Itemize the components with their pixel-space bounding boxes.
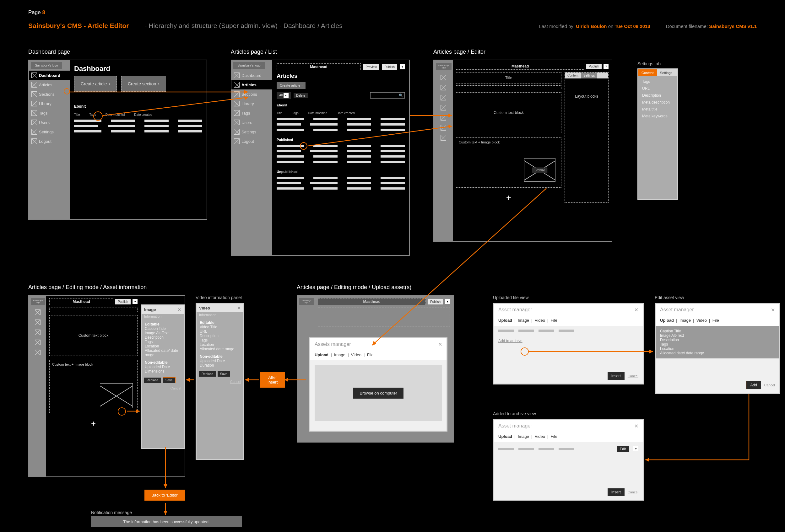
image-placeholder[interactable]: Browse — [524, 158, 555, 182]
create-article-button[interactable]: Create article› — [74, 76, 117, 91]
cancel-link[interactable]: Cancel — [764, 383, 775, 387]
table-row[interactable] — [277, 182, 405, 184]
table-row[interactable] — [277, 177, 405, 179]
chevron-down-icon[interactable]: ▾ — [633, 446, 638, 451]
table-row[interactable] — [277, 161, 405, 163]
x-icon[interactable] — [35, 350, 41, 355]
table-row[interactable] — [277, 187, 405, 190]
tab-upload[interactable]: Upload — [498, 318, 512, 323]
x-icon[interactable] — [35, 329, 41, 335]
cancel-link[interactable]: Cancel — [230, 380, 241, 383]
image-placeholder[interactable] — [100, 383, 133, 408]
table-row[interactable] — [277, 123, 405, 126]
create-section-button[interactable]: Create section› — [121, 76, 166, 91]
x-icon[interactable] — [440, 115, 446, 121]
tab-video[interactable]: Video — [697, 318, 707, 323]
table-row[interactable] — [74, 130, 202, 132]
tab-image[interactable]: Image — [518, 434, 529, 439]
tab-file[interactable]: File — [551, 318, 557, 323]
cancel-link[interactable]: Cancel — [628, 374, 638, 378]
edit-button[interactable]: Edit — [617, 446, 629, 452]
custom-text-image-block[interactable]: Custom text + Image block — [49, 360, 137, 413]
sidebar-item-logout[interactable]: Logout — [29, 136, 70, 146]
sidebar-item-library[interactable]: Library — [29, 99, 70, 108]
add-block-button[interactable]: + — [49, 419, 137, 428]
tab-video[interactable]: Video — [535, 434, 545, 439]
sidebar-item-settings[interactable]: Settings — [29, 127, 70, 136]
custom-text-block[interactable]: Custom text block — [456, 92, 561, 133]
table-row[interactable] — [277, 145, 405, 147]
tab-upload[interactable]: Upload — [498, 434, 512, 439]
insert-button[interactable]: Insert — [608, 488, 625, 496]
chevron-down-icon[interactable]: ▾ — [604, 64, 609, 69]
sidebar-item-users[interactable]: Users — [231, 118, 272, 127]
close-icon[interactable]: ✕ — [237, 306, 241, 311]
sidebar-item-settings[interactable]: Settings — [231, 127, 272, 136]
insert-button[interactable]: Insert — [608, 372, 625, 380]
sidebar-item-dashboard[interactable]: Dashboard — [231, 71, 272, 80]
tab-settings[interactable]: Settings — [581, 73, 597, 78]
create-article-button[interactable]: Create article › — [277, 82, 306, 89]
tab-content[interactable]: Content — [565, 73, 581, 78]
sidebar-item-sections[interactable]: Sections — [231, 89, 272, 99]
tab-video[interactable]: Video — [535, 318, 545, 323]
table-row[interactable] — [277, 129, 405, 131]
x-icon[interactable] — [440, 125, 446, 131]
title-field[interactable]: Title — [456, 72, 561, 83]
tab-file[interactable]: File — [712, 318, 719, 323]
cancel-link[interactable]: Cancel — [171, 387, 181, 390]
add-button[interactable]: Add — [746, 381, 761, 389]
custom-text-image-block[interactable]: Custom text + Image block Browse — [456, 137, 561, 188]
table-row[interactable] — [277, 150, 405, 152]
table-row[interactable] — [277, 155, 405, 158]
tab-file[interactable]: File — [367, 352, 374, 357]
search-input[interactable]: 🔍 — [370, 92, 405, 99]
sidebar-item-articles[interactable]: Articles — [29, 80, 70, 89]
tab-image[interactable]: Image — [334, 352, 346, 357]
tab-video[interactable]: Video — [351, 352, 361, 357]
close-icon[interactable]: ✕ — [634, 307, 638, 313]
x-icon[interactable] — [440, 85, 446, 90]
publish-button[interactable]: Publish — [115, 299, 131, 304]
tab-file[interactable]: File — [551, 434, 557, 439]
tab-content[interactable]: Content — [638, 69, 657, 76]
sidebar-item-logout[interactable]: Logout — [231, 136, 272, 146]
close-icon[interactable]: ✕ — [178, 307, 181, 312]
x-icon[interactable] — [440, 105, 446, 110]
custom-text-block[interactable]: Custom text block — [49, 315, 137, 356]
table-row[interactable] — [277, 118, 405, 120]
chevron-down-icon[interactable]: ▾ — [445, 299, 450, 304]
sidebar-item-library[interactable]: Library — [231, 99, 272, 108]
sidebar-item-tags[interactable]: Tags — [29, 108, 70, 118]
add-block-button[interactable]: + — [456, 193, 561, 203]
table-row[interactable] — [74, 125, 202, 127]
chevron-down-icon[interactable]: ▾ — [400, 64, 405, 69]
chevron-down-icon[interactable]: ▾ — [132, 299, 137, 304]
close-icon[interactable]: ✕ — [771, 307, 775, 313]
delete-button[interactable]: Delete — [294, 93, 308, 98]
tab-image[interactable]: Image — [518, 318, 529, 323]
x-icon[interactable] — [35, 340, 41, 345]
browse-computer-button[interactable]: Browse on computer — [353, 388, 403, 399]
tab-upload[interactable]: Upload — [314, 352, 328, 357]
save-button[interactable]: Save — [163, 377, 176, 383]
tab-upload[interactable]: Upload — [660, 318, 674, 323]
tab-image[interactable]: Image — [680, 318, 691, 323]
add-to-archive-link[interactable]: Add to archive — [498, 339, 638, 343]
x-icon[interactable] — [440, 135, 446, 141]
browse-button[interactable]: Browse — [532, 167, 547, 172]
sidebar-item-users[interactable]: Users — [29, 118, 70, 127]
publish-button[interactable]: Publish — [586, 64, 602, 69]
cancel-link[interactable]: Cancel — [628, 490, 638, 494]
x-icon[interactable] — [440, 95, 446, 101]
replace-button[interactable]: Replace — [144, 378, 161, 383]
publish-button[interactable]: Publish — [428, 299, 443, 304]
sidebar-item-tags[interactable]: Tags — [231, 108, 272, 118]
x-icon[interactable] — [35, 310, 41, 315]
save-button[interactable]: Save — [218, 371, 230, 377]
all-dropdown[interactable]: All ▾ — [277, 92, 291, 99]
replace-button[interactable]: Replace — [199, 371, 216, 377]
close-icon[interactable]: ✕ — [634, 423, 638, 429]
sidebar-item-dashboard[interactable]: Dashboard — [29, 71, 70, 80]
sidebar-item-articles[interactable]: Articles — [231, 80, 272, 89]
